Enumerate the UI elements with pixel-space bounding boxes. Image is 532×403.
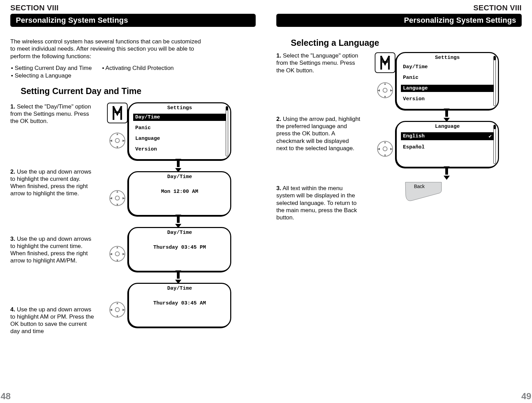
screen-title: Settings [397, 53, 498, 62]
device-daytime-2: ▲▼◀▶ Day/Time Thursday 03:45 PM [128, 227, 231, 272]
device-daytime-3: ▲▼◀▶ Day/Time Thursday 03:45 AM [128, 283, 231, 328]
menu-item-version[interactable]: Version [133, 146, 226, 153]
day-value: Thursday [153, 245, 178, 250]
screens-column-right: ▲▼◀▶ Settings Day/Time Panic Language Ve… [392, 52, 502, 206]
menu-item-daytime[interactable]: Day/Time [401, 63, 494, 71]
menu-item-panic[interactable]: Panic [401, 74, 494, 81]
heading-language: Selecting a Language [291, 38, 522, 48]
menu-item-language[interactable]: Language [401, 85, 494, 92]
device-daytime-1: ▲▼◀▶ Day/Time Mon 12:00 AM [128, 171, 231, 216]
step-r1-num: 1. [276, 52, 281, 59]
dpad-icon[interactable]: ▲▼◀▶ [107, 130, 128, 151]
bullet-2: • Activating Child Protection [102, 65, 183, 72]
flow-arrow-icon [177, 218, 180, 227]
menu-item-version[interactable]: Version [401, 95, 494, 103]
step-1-text: Select the "Day/Time" option from the Se… [10, 103, 91, 125]
step-1-num: 1. [10, 103, 15, 110]
menu-item-daytime[interactable]: Day/Time [133, 114, 226, 121]
step-r1-text: Select the "Language" option from the Se… [276, 52, 358, 74]
flow-arrow-icon [177, 162, 180, 171]
page-title-bar-right: Personalizing System Settings [276, 14, 522, 27]
day-value: Mon [161, 189, 170, 195]
dpad-icon[interactable]: ▲▼◀▶ [375, 138, 395, 159]
scrollbar[interactable] [493, 56, 496, 106]
step-4-text: Use the up and down arrows to highlight … [10, 306, 94, 335]
menu-item-espanol[interactable]: Español [401, 144, 494, 151]
step-3-num: 3. [10, 236, 15, 242]
screen-title: Settings [129, 103, 230, 112]
check-icon: ✔ [489, 133, 492, 140]
dpad-icon[interactable]: ▲▼◀▶ [107, 244, 128, 264]
device-language-list: ▲▼◀▶ Language English✔ Español [396, 121, 499, 168]
bullet-3: • Selecting a Language [11, 72, 102, 79]
screen-title: Day/Time [129, 172, 230, 181]
section-label-left: SECTION VIII [10, 3, 256, 12]
brand-logo-icon [107, 103, 128, 123]
menu-item-panic[interactable]: Panic [133, 124, 226, 132]
step-4-num: 4. [10, 306, 15, 313]
page-number-right: 49 [521, 391, 531, 402]
time-value: 12:00 AM [173, 189, 198, 195]
page-left: SECTION VIII Personalizing System Settin… [0, 0, 266, 403]
section-label-right: SECTION VIII [276, 3, 522, 12]
page-title-bar-left: Personalizing System Settings [10, 14, 256, 27]
page-number-left: 48 [1, 391, 11, 402]
step-r2-text: Using the arrow pad, highlight the prefe… [276, 116, 360, 152]
steps-column-right: 1. Select the "Language" option from the… [276, 52, 368, 221]
screens-column-left: ▲▼◀▶ Settings Day/Time Panic Language Ve… [124, 102, 232, 332]
step-3-text: Use the up and down arrows to highlight … [10, 236, 91, 264]
dpad-icon[interactable]: ▲▼◀▶ [375, 80, 395, 101]
step-r3-num: 3. [276, 185, 281, 192]
bullet-list: • Setting Current Day and Time • Activat… [10, 64, 184, 80]
steps-column-left: 1. Select the "Day/Time" option from the… [10, 101, 102, 335]
dpad-icon[interactable]: ▲▼◀▶ [107, 188, 128, 208]
page-right: SECTION VIII Personalizing System Settin… [266, 0, 532, 403]
device-settings-lang: ▲▼◀▶ Settings Day/Time Panic Language Ve… [396, 52, 499, 110]
bullet-1: • Setting Current Day and Time [11, 65, 102, 72]
time-value: 03:45 PM [181, 245, 206, 250]
device-settings: ▲▼◀▶ Settings Day/Time Panic Language Ve… [128, 102, 231, 160]
scrollbar[interactable] [493, 125, 496, 164]
menu-item-language[interactable]: Language [133, 135, 226, 142]
flow-arrow-icon [445, 170, 448, 179]
step-2-num: 2. [10, 168, 15, 175]
flow-arrow-icon [177, 274, 180, 283]
scrollbar[interactable] [226, 106, 228, 156]
heading-day-time: Setting Current Day and Time [21, 86, 256, 96]
screen-title: Day/Time [129, 284, 230, 293]
back-button-label: Back [414, 184, 425, 189]
intro-text: The wireless control system has several … [10, 38, 203, 60]
screen-title: Day/Time [129, 228, 230, 237]
day-value: Thursday [153, 300, 178, 306]
flow-arrow-icon [445, 112, 448, 121]
screen-title: Language [397, 122, 498, 131]
back-button[interactable]: Back [404, 182, 443, 206]
brand-logo-icon [375, 52, 395, 73]
time-value: 03:45 AM [181, 300, 206, 306]
step-r3-text: All text within the menu system will be … [276, 185, 357, 221]
menu-item-english[interactable]: English✔ [401, 132, 494, 140]
step-2-text: Use the up and down arrows to highlight … [10, 168, 91, 197]
dpad-icon[interactable]: ▲▼◀▶ [107, 299, 128, 320]
step-r2-num: 2. [276, 116, 281, 122]
